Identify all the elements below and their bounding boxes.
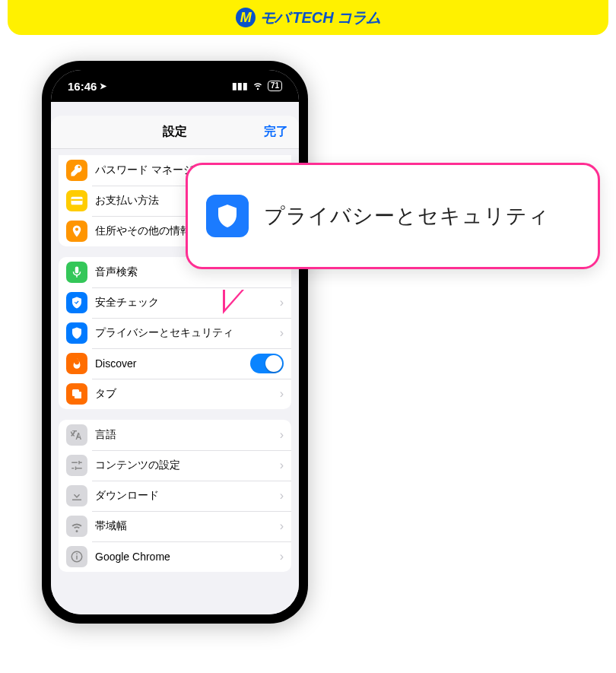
shield-icon	[66, 322, 87, 344]
svg-rect-4	[75, 392, 81, 398]
row-safety-check[interactable]: 安全チェック ›	[59, 287, 291, 318]
settings-group: 音声検索 安全チェック › プライバシーとセキュリティ	[59, 257, 291, 409]
nav-title: 設定	[51, 124, 299, 140]
row-label: Discover	[95, 357, 250, 370]
row-content-settings[interactable]: コンテンツの設定 ›	[59, 450, 291, 481]
row-label: タブ	[95, 387, 280, 401]
mic-icon	[66, 262, 87, 283]
battery-level: 71	[268, 81, 282, 91]
row-discover[interactable]: Discover	[59, 348, 291, 379]
key-icon	[66, 160, 87, 181]
signal-icon: ▮▮▮	[232, 81, 248, 91]
phone-mockup: 16:46 ➤ ▮▮▮ 71 設定 完了	[42, 61, 308, 624]
row-language[interactable]: 言語 ›	[59, 420, 291, 450]
chevron-right-icon: ›	[280, 550, 284, 563]
location-arrow-icon: ➤	[100, 81, 106, 91]
shield-icon	[206, 195, 249, 237]
row-label: 安全チェック	[95, 296, 280, 310]
phone-notch	[118, 70, 232, 90]
nav-header: 設定 完了	[51, 116, 299, 149]
sliders-icon	[66, 455, 87, 476]
row-privacy-security[interactable]: プライバシーとセキュリティ ›	[59, 318, 291, 348]
flame-icon	[66, 353, 87, 374]
row-label: 帯域幅	[95, 519, 280, 533]
chevron-right-icon: ›	[280, 296, 284, 310]
row-bandwidth[interactable]: 帯域幅 ›	[59, 511, 291, 541]
wifi-icon	[66, 516, 87, 537]
brand-bar: M モバ TECH コラム	[8, 0, 608, 35]
wifi-status-icon	[252, 80, 263, 93]
phone-screen: 16:46 ➤ ▮▮▮ 71 設定 完了	[51, 70, 299, 614]
chevron-right-icon: ›	[280, 489, 284, 503]
svg-rect-6	[76, 556, 78, 560]
row-downloads[interactable]: ダウンロード ›	[59, 481, 291, 511]
brand-text-mo: モバ	[260, 8, 289, 28]
brand-text-column: コラム	[337, 8, 380, 28]
card-icon	[66, 190, 87, 211]
brand-text-tech: TECH	[292, 9, 333, 27]
callout-bubble: プライバシーとセキュリティ	[186, 163, 600, 269]
row-label: プライバシーとセキュリティ	[95, 326, 280, 340]
chevron-right-icon: ›	[280, 459, 284, 472]
chevron-right-icon: ›	[280, 519, 284, 533]
shield-check-icon	[66, 292, 87, 313]
brand-logo-icon: M	[236, 8, 256, 27]
status-time: 16:46	[68, 80, 97, 93]
translate-icon	[66, 424, 87, 446]
chevron-right-icon: ›	[280, 387, 284, 401]
callout-text: プライバシーとセキュリティ	[264, 202, 550, 230]
chevron-right-icon: ›	[280, 326, 284, 340]
row-label: 言語	[95, 428, 280, 442]
chevron-right-icon: ›	[280, 428, 284, 442]
row-tabs[interactable]: タブ ›	[59, 379, 291, 409]
discover-toggle[interactable]	[250, 354, 284, 373]
download-icon	[66, 485, 87, 506]
row-google-chrome[interactable]: Google Chrome ›	[59, 541, 291, 572]
info-icon	[66, 546, 87, 567]
row-label: ダウンロード	[95, 489, 280, 503]
done-button[interactable]: 完了	[264, 124, 288, 140]
pin-icon	[66, 221, 87, 242]
row-label: コンテンツの設定	[95, 459, 280, 472]
svg-rect-1	[71, 199, 83, 201]
svg-rect-7	[76, 554, 78, 555]
row-label: Google Chrome	[95, 551, 280, 563]
settings-group: 言語 › コンテンツの設定 › ダウンロード	[59, 420, 291, 572]
tabs-icon	[66, 383, 87, 405]
